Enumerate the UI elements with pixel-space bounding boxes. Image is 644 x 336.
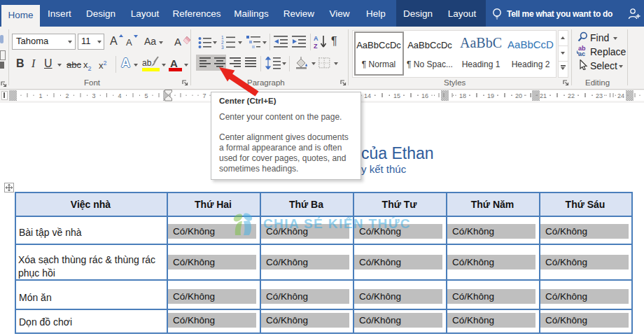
svg-text:18: 18 [459, 92, 466, 99]
svg-text:4: 4 [118, 92, 121, 99]
svg-text:14: 14 [364, 92, 371, 99]
svg-text:2: 2 [221, 40, 224, 45]
svg-text:16: 16 [421, 92, 428, 99]
svg-text:21: 21 [540, 92, 547, 99]
svg-text:24: 24 [617, 92, 624, 99]
svg-text:2: 2 [65, 92, 69, 99]
svg-text:1: 1 [221, 35, 224, 40]
svg-text:23: 23 [596, 92, 603, 99]
svg-text:5: 5 [144, 92, 148, 99]
svg-text:ac: ac [578, 50, 585, 57]
svg-text:1: 1 [38, 92, 42, 99]
svg-text:19: 19 [487, 92, 494, 99]
svg-text:15: 15 [393, 92, 400, 99]
svg-text:20: 20 [515, 92, 522, 99]
svg-text:Z: Z [314, 43, 318, 49]
svg-text:22: 22 [568, 92, 575, 99]
svg-text:CHIA SẺ KIẾN THỨC: CHIA SẺ KIẾN THỨC [263, 216, 411, 231]
svg-text:A: A [314, 35, 318, 42]
svg-text:3: 3 [221, 45, 224, 49]
svg-text:3: 3 [92, 92, 95, 99]
svg-text:7: 7 [202, 92, 206, 99]
